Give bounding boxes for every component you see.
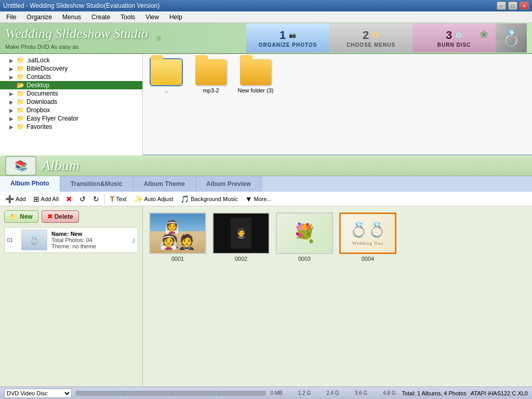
tab-album-preview[interactable]: Album Preview — [196, 176, 262, 192]
drive-info: ATAPI iHAS122 C XL0 — [471, 390, 528, 396]
step-2[interactable]: 2 📀 CHOOSE MENUS — [329, 23, 413, 52]
step-2-icon: 📀 — [372, 32, 379, 38]
tree-item-downloads[interactable]: ▶📁Downloads — [0, 98, 142, 106]
beach-photo-content: 👰🤵 — [150, 214, 205, 253]
folder-label: mp3-2 — [203, 87, 219, 94]
rotate-left-icon: ↺ — [79, 195, 86, 203]
file-browser: ..mp3-2New folder (3) — [143, 54, 532, 154]
tab-transition-music[interactable]: Transition&Music — [60, 176, 134, 192]
app-title: Wedding Slideshow Studio — [5, 26, 148, 42]
flower-decoration: ❀ — [155, 33, 162, 43]
menu-item-tools[interactable]: Tools — [116, 12, 139, 22]
album-thumbnail: 💍 — [21, 230, 47, 250]
auto-adjust-label: Auto Adjust — [144, 196, 174, 202]
progress-labels: 0 MB 1.2 G 2.4 G 3.6 G 4.8 G — [270, 390, 395, 396]
delete-icon: ✖ — [47, 213, 52, 220]
expander-icon: ▶ — [9, 74, 17, 80]
menu-bar: FileOrganizeMenusCreateToolsViewHelp — [0, 11, 532, 23]
menu-item-view[interactable]: View — [141, 12, 163, 22]
step-1[interactable]: 1 📷 ORGANIZE PHOTOS — [246, 23, 329, 52]
tree-item-easy-flyer-creator[interactable]: ▶📁Easy Flyer Creator — [0, 114, 142, 123]
new-label: New — [20, 213, 33, 220]
bg-music-button[interactable]: 🎵 Background Music — [177, 194, 241, 204]
photo-label: 0003 — [298, 256, 311, 262]
photo-item-0003[interactable]: 💐 0003 — [276, 212, 333, 262]
minimize-button[interactable]: − — [497, 2, 506, 10]
photo-grid: 👰🤵 0001 🤵 0002 💐 0003 💍💍 Wedding Day — [143, 206, 532, 399]
expander-icon: ▶ — [9, 108, 17, 113]
folder-icon-large — [195, 59, 227, 85]
photo-thumbnail: 💐 — [276, 212, 333, 254]
more-button[interactable]: ▼ More... — [242, 194, 275, 204]
file-tree[interactable]: ▶📁.satLock▶📁BibleDiscovery▶📁Contacts▶📂De… — [0, 54, 143, 155]
photo-label: 0004 — [362, 256, 374, 262]
album-name: Name: New — [51, 231, 96, 237]
output-format-select[interactable]: DVD Video Disc Blu-ray Disc AVCHD — [4, 389, 72, 398]
expander-icon: ▶ — [9, 66, 17, 72]
status-info: Total: 1 Albums, 4 Photos — [402, 390, 467, 396]
folder-item-2[interactable]: New folder (3) — [237, 59, 274, 94]
add-button[interactable]: ➕ Add — [2, 194, 29, 204]
tab-album-theme[interactable]: Album Theme — [134, 176, 196, 192]
album-list-item[interactable]: 01 💍 Name: New Total Photos: 04 Theme: n… — [4, 227, 138, 253]
tree-item-dropbox[interactable]: ▶📁Dropbox — [0, 106, 142, 114]
folder-icon: 📁 — [17, 65, 24, 72]
menu-item-help[interactable]: Help — [165, 12, 187, 22]
music-note-icon: ♪ — [132, 236, 136, 244]
tree-item-label: Documents — [26, 90, 58, 97]
folder-item-0[interactable]: .. — [148, 59, 184, 94]
tree-item-label: Downloads — [26, 98, 57, 105]
rotate-right-button[interactable]: ↻ — [90, 194, 102, 204]
remove-icon: ✖ — [66, 195, 72, 203]
step-3-number: 3 — [446, 29, 452, 42]
rotate-left-button[interactable]: ↺ — [76, 194, 89, 204]
label-0mb: 0 MB — [270, 390, 282, 396]
expander-icon: ▶ — [9, 58, 17, 63]
tree-item-.satlock[interactable]: ▶📁.satLock — [0, 56, 142, 64]
photo-item-0001[interactable]: 👰🤵 0001 — [149, 212, 206, 262]
more-label: More... — [254, 196, 272, 202]
folder-icon-large — [240, 59, 271, 85]
album-number: 01 — [7, 237, 17, 243]
folder-item-1[interactable]: mp3-2 — [193, 59, 229, 94]
add-all-icon: ⊞ — [33, 195, 39, 203]
step-3-label: BURN DISC — [437, 42, 471, 48]
close-button[interactable]: × — [520, 2, 529, 10]
tree-item-contacts[interactable]: ▶📁Contacts — [0, 73, 142, 81]
folder-label: .. — [165, 87, 168, 94]
menu-item-menus[interactable]: Menus — [58, 12, 85, 22]
delete-album-button[interactable]: ✖ Delete — [42, 210, 79, 223]
flowers-photo-content: 💐 — [277, 214, 332, 253]
remove-button[interactable]: ✖ — [63, 194, 75, 204]
expander-icon: ▶ — [9, 83, 17, 88]
menu-item-organize[interactable]: Organize — [22, 12, 56, 22]
tree-item-desktop[interactable]: ▶📂Desktop — [0, 81, 142, 89]
text-button[interactable]: T Text — [107, 194, 130, 204]
auto-adjust-button[interactable]: ✨ Auto Adjust — [131, 194, 177, 204]
album-section: 📚 Album Album PhotoTransition&MusicAlbum… — [0, 155, 532, 399]
label-48g: 4.8 G — [383, 390, 395, 396]
left-panel: 📁 New ✖ Delete 01 💍 Name: New Total Phot… — [0, 206, 143, 399]
add-icon: ➕ — [5, 195, 14, 203]
photo-thumbnail: 🤵 — [212, 212, 270, 254]
tree-item-favorites[interactable]: ▶📁Favorites — [0, 123, 142, 131]
add-all-button[interactable]: ⊞ Add All — [30, 194, 62, 204]
photo-item-0002[interactable]: 🤵 0002 — [212, 212, 270, 262]
tree-item-label: Dropbox — [26, 107, 50, 114]
add-all-label: Add All — [41, 196, 59, 202]
tree-item-documents[interactable]: ▶📁Documents — [0, 89, 142, 98]
menu-item-file[interactable]: File — [2, 12, 20, 22]
auto-adjust-icon: ✨ — [134, 195, 143, 203]
photo-item-0004[interactable]: 💍💍 Wedding Day 0004 — [339, 212, 396, 262]
menu-item-create[interactable]: Create — [87, 12, 114, 22]
delete-label: Delete — [55, 213, 73, 220]
text-icon: T — [110, 195, 115, 203]
more-icon: ▼ — [245, 195, 252, 203]
tab-album-photo[interactable]: Album Photo — [0, 176, 60, 192]
rotate-right-icon: ↻ — [93, 195, 99, 203]
maximize-button[interactable]: □ — [508, 2, 517, 10]
folder-icon: 📁 — [17, 115, 24, 122]
album-photo-count: Total Photos: 04 — [51, 237, 96, 243]
new-album-button[interactable]: 📁 New — [4, 210, 38, 223]
tree-item-biblediscovery[interactable]: ▶📁BibleDiscovery — [0, 64, 142, 73]
